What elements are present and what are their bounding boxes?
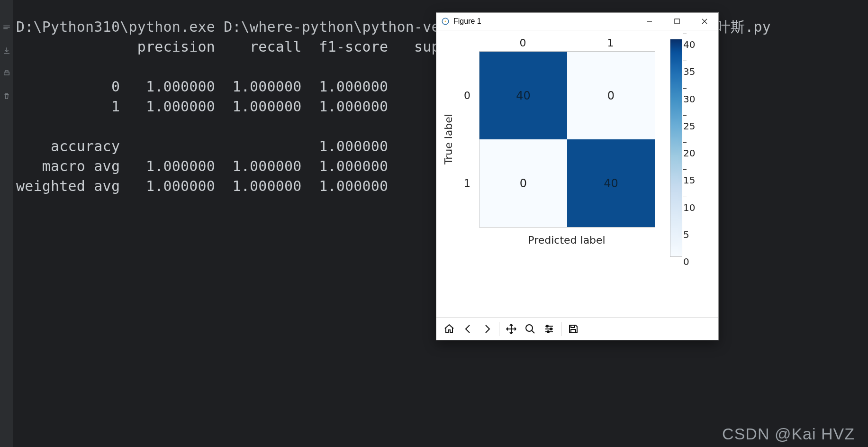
- cbar-35: 35: [683, 55, 695, 77]
- report-row-0: 0 1.000000 1.000000 1.000000 40: [16, 78, 475, 95]
- arrow-right-icon[interactable]: [478, 320, 496, 338]
- cell-1-1: 40: [567, 139, 655, 227]
- report-weighted-avg: weighted avg 1.000000 1.000000 1.000000 …: [16, 178, 475, 194]
- svg-point-9: [546, 325, 548, 327]
- ytick-1: 1: [464, 177, 470, 189]
- colorbar: [670, 39, 682, 257]
- y-axis-label: True label: [442, 51, 454, 227]
- svg-point-8: [526, 325, 533, 331]
- save-icon[interactable]: [564, 320, 582, 338]
- y-tick-labels: 0 1: [464, 51, 476, 227]
- x-axis-label: Predicted label: [479, 234, 654, 246]
- rail-icon-1[interactable]: [2, 24, 11, 34]
- cbar-0: 0: [683, 245, 689, 267]
- cbar-10: 10: [683, 191, 695, 213]
- report-macro-avg: macro avg 1.000000 1.000000 1.000000 80: [16, 158, 475, 174]
- xtick-0: 0: [520, 37, 526, 49]
- figure-title: Figure 1: [453, 17, 481, 26]
- cbar-30: 30: [683, 82, 695, 105]
- figure-titlebar[interactable]: Figure 1: [436, 13, 718, 30]
- toolbar-separator: [499, 322, 499, 336]
- svg-point-10: [550, 328, 552, 330]
- report-accuracy: accuracy 1.000000 80: [16, 138, 475, 155]
- sliders-icon[interactable]: [540, 320, 558, 338]
- heatmap-plot: 40 0 0 40: [479, 51, 655, 228]
- cell-1-0: 0: [479, 139, 567, 227]
- toolbar-separator-2: [561, 322, 561, 336]
- svg-rect-12: [571, 325, 575, 328]
- svg-rect-13: [571, 329, 576, 333]
- trash-icon[interactable]: [2, 92, 11, 102]
- xtick-1: 1: [607, 37, 614, 49]
- move-icon[interactable]: [502, 320, 520, 338]
- figure-canvas[interactable]: 0 1 0 1 40 0 0 40 Predicted label True l…: [436, 30, 718, 317]
- ytick-0: 0: [464, 89, 470, 101]
- magnify-icon[interactable]: [521, 320, 539, 338]
- svg-rect-0: [4, 72, 9, 75]
- home-icon[interactable]: [440, 320, 458, 338]
- svg-rect-1: [5, 71, 8, 72]
- matplotlib-figure-window: Figure 1 0 1 0 1 40 0 0 40 Predicted lab…: [436, 12, 719, 340]
- cbar-40: 40: [683, 27, 695, 50]
- cbar-25: 25: [683, 109, 695, 132]
- arrow-left-icon[interactable]: [459, 320, 477, 338]
- ide-left-rail: [0, 0, 13, 447]
- report-row-1: 1 1.000000 1.000000 1.000000 40: [16, 98, 475, 115]
- report-header: precision recall f1-score support: [16, 38, 475, 55]
- watermark: CSDN @Kai HVZ: [722, 425, 855, 443]
- download-icon[interactable]: [2, 46, 11, 57]
- x-tick-labels: 0 1: [479, 37, 654, 49]
- cbar-15: 15: [683, 163, 695, 186]
- matplotlib-toolbar: [436, 317, 718, 340]
- minimize-button[interactable]: [636, 13, 663, 30]
- cell-0-0: 40: [479, 52, 567, 139]
- svg-point-11: [547, 331, 549, 333]
- matplotlib-app-icon: [441, 17, 450, 26]
- cbar-5: 5: [683, 218, 689, 240]
- cbar-20: 20: [683, 136, 695, 159]
- svg-point-3: [445, 21, 446, 22]
- cell-0-1: 0: [567, 52, 655, 139]
- print-icon[interactable]: [2, 69, 11, 80]
- svg-rect-5: [675, 19, 679, 24]
